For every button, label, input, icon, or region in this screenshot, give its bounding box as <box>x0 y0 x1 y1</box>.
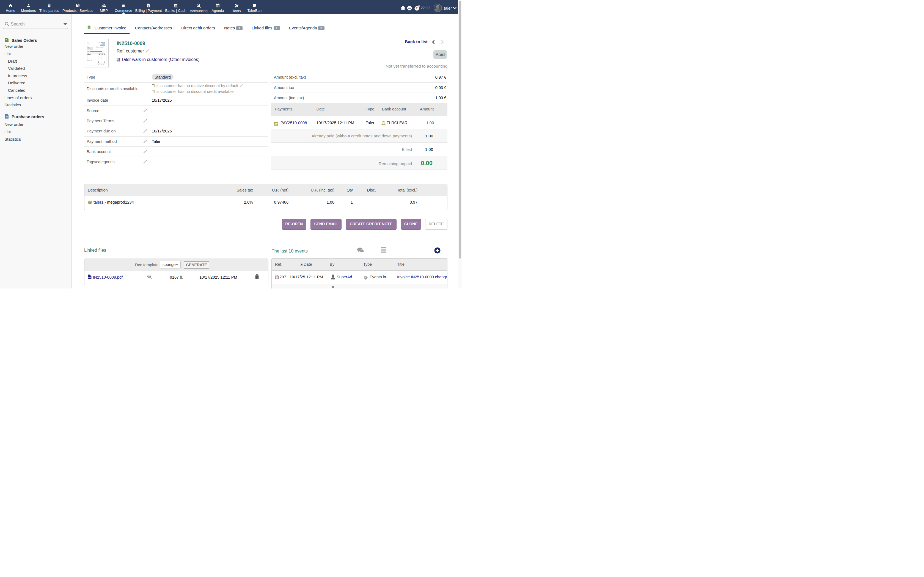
svg-text:Taler: Taler <box>88 47 89 48</box>
svg-text:$: $ <box>198 4 199 6</box>
svg-text:Taler: Taler <box>87 42 90 44</box>
svg-text:?: ? <box>416 6 418 10</box>
svg-text:Invoice IN2510-0009: Invoice IN2510-0009 <box>98 42 105 44</box>
svg-text:PDF: PDF <box>88 276 91 278</box>
svg-text:$: $ <box>88 27 89 29</box>
svg-text:Taler walk-in customers: Taler walk-in customers <box>96 47 104 48</box>
svg-text:$: $ <box>275 122 276 125</box>
